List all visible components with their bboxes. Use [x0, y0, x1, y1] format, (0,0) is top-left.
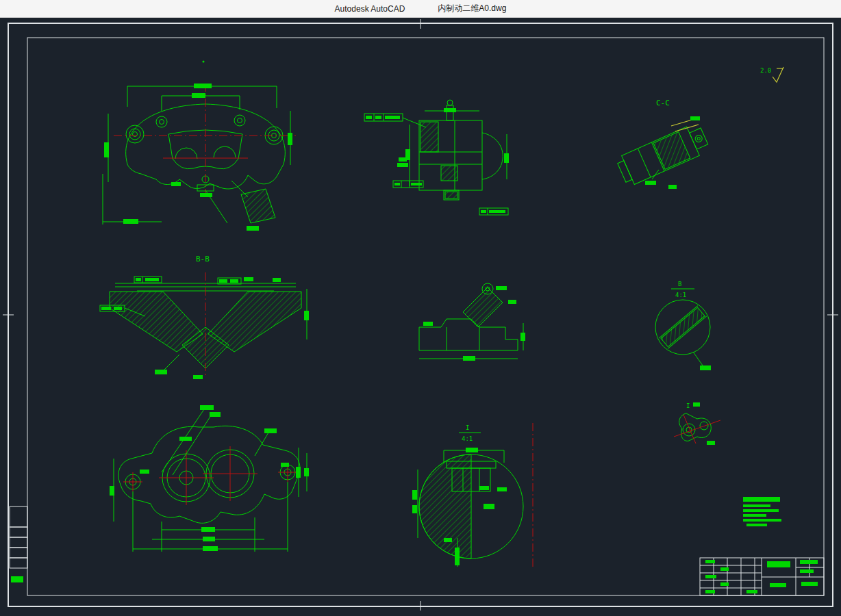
- detail-b[interactable]: B 4:1: [655, 281, 711, 370]
- detail-small-tag: I: [686, 402, 690, 409]
- detail-b-name: B: [678, 281, 681, 287]
- view-side-section[interactable]: [419, 283, 525, 361]
- drawing-sheet[interactable]: 2.0: [0, 18, 841, 616]
- document-title: 内制动二维A0.dwg: [438, 3, 506, 14]
- detail-i-name: I: [466, 424, 469, 431]
- detail-i-scale: 4:1: [462, 435, 473, 442]
- section-cc-label: C-C: [656, 99, 670, 107]
- detail-i[interactable]: I 4:1: [412, 423, 533, 569]
- window-titlebar[interactable]: Autodesk AutoCAD 内制动二维A0.dwg: [0, 0, 841, 18]
- view-section-bb[interactable]: B-B: [100, 255, 309, 379]
- revision-strip[interactable]: [10, 506, 27, 582]
- view-top-section[interactable]: [364, 100, 509, 215]
- autocad-window: Autodesk AutoCAD 内制动二维A0.dwg: [0, 0, 841, 616]
- view-bottom[interactable]: [110, 405, 309, 552]
- view-section-cc[interactable]: C-C: [615, 99, 710, 189]
- app-title: Autodesk AutoCAD: [335, 4, 405, 14]
- drawing-canvas[interactable]: 2.0: [0, 18, 841, 616]
- detail-small[interactable]: I: [674, 402, 720, 445]
- notes-block[interactable]: [743, 497, 781, 526]
- stray-point[interactable]: [203, 61, 205, 63]
- view-front[interactable]: [103, 84, 296, 231]
- roughness-value: 2.0: [760, 67, 771, 74]
- title-block[interactable]: [700, 558, 824, 595]
- detail-b-scale: 4:1: [675, 292, 686, 298]
- section-bb-label: B-B: [196, 255, 210, 264]
- roughness-mark: 2.0: [760, 67, 783, 82]
